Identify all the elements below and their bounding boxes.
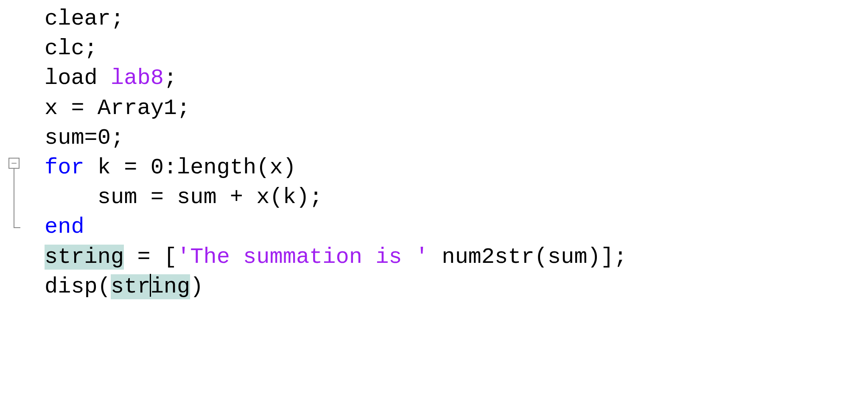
token-str-hl-b: ing [151, 274, 190, 299]
fold-guide-horizontal [14, 227, 20, 228]
token-lab8: lab8 [111, 66, 164, 91]
token-space [98, 66, 111, 91]
token-sum-init: sum=0; [45, 125, 124, 150]
token-disp-close: ) [190, 274, 203, 299]
code-editor[interactable]: − clear; clc; load lab8; x = Array1; sum… [0, 0, 868, 302]
token-summation-str: 'The summation is ' [177, 245, 428, 270]
token-string-hl: string [45, 245, 124, 270]
token-semicolon: ; [164, 66, 177, 91]
token-num2str: num2str(sum)]; [428, 245, 627, 270]
code-line-4[interactable]: x = Array1; [45, 94, 868, 123]
code-line-9[interactable]: string = ['The summation is ' num2str(su… [45, 242, 868, 272]
code-line-10[interactable]: disp(string) [45, 272, 868, 302]
token-end-keyword: end [45, 215, 84, 240]
token-disp-open: disp( [45, 274, 111, 299]
code-line-2[interactable]: clc; [45, 34, 868, 64]
token-eq-bracket: = [ [124, 245, 177, 270]
code-content[interactable]: clear; clc; load lab8; x = Array1; sum=0… [21, 4, 868, 302]
token-clear: clear; [45, 6, 124, 31]
token-for-keyword: for [45, 155, 84, 180]
code-line-8[interactable]: end [45, 212, 868, 242]
fold-gutter: − [0, 4, 21, 302]
code-line-6[interactable]: for k = 0:length(x) [45, 153, 868, 183]
code-line-5[interactable]: sum=0; [45, 123, 868, 153]
token-assign-x: x = Array1; [45, 96, 190, 121]
token-for-cond: k = 0:length(x) [84, 155, 296, 180]
code-line-3[interactable]: load lab8; [45, 64, 868, 93]
fold-guide-vertical [14, 169, 14, 228]
token-load: load [45, 66, 98, 91]
token-str-hl-a: str [111, 274, 151, 299]
fold-minus-icon[interactable]: − [8, 158, 20, 169]
code-line-7[interactable]: sum = sum + x(k); [45, 183, 868, 212]
token-sum-body: sum = sum + x(k); [45, 185, 322, 210]
code-line-1[interactable]: clear; [45, 4, 868, 34]
text-cursor [150, 274, 151, 297]
token-clc: clc; [45, 36, 98, 61]
